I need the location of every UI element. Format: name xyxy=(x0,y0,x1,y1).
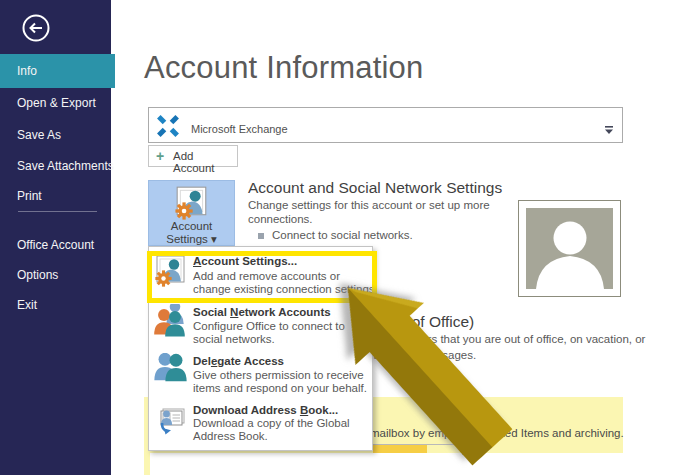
account-settings-button[interactable]: Account Settings ▾ xyxy=(148,180,235,246)
sidebar-item-info[interactable]: Info xyxy=(0,63,111,79)
account-selector-value: Microsoft Exchange xyxy=(191,123,288,135)
menu-item-download-address-book[interactable]: Download Address Book... xyxy=(193,404,338,416)
bullet-square-icon xyxy=(258,233,264,239)
menu-item-social-network-desc1: Configure Office to connect to xyxy=(193,320,345,333)
outlook-backstage-window: Info Open & Export Save As Save Attachme… xyxy=(0,0,690,475)
account-section-desc2: connections. xyxy=(248,212,313,226)
sidebar-divider xyxy=(18,211,97,212)
back-arrow-icon xyxy=(22,14,50,42)
connect-social-networks-text: Connect to social networks. xyxy=(272,228,413,242)
add-account-button[interactable]: + Add Account xyxy=(148,145,238,167)
person-silhouette-icon xyxy=(526,208,613,289)
menu-item-delegate-desc2: items and respond on your behalf. xyxy=(193,382,367,395)
account-settings-button-label2: Settings ▾ xyxy=(166,233,217,245)
back-button[interactable] xyxy=(22,14,50,42)
account-section-desc1: Change settings for this account or set … xyxy=(248,198,490,212)
account-selector-dropdown[interactable]: Microsoft Exchange xyxy=(148,107,623,143)
dropdown-arrow-icon xyxy=(604,121,614,139)
menu-item-social-network-accounts[interactable]: Social Network Accounts xyxy=(193,306,331,318)
sidebar-item-office-account[interactable]: Office Account xyxy=(0,237,111,253)
menu-item-delegate-access[interactable]: Delegate Access xyxy=(193,355,284,367)
delegate-access-icon xyxy=(154,353,188,391)
bottom-partial-button-border-right xyxy=(462,444,463,455)
add-account-label: Add Account xyxy=(173,150,237,174)
menu-item-address-book-desc1: Download a copy of the Global xyxy=(193,417,350,430)
sidebar-item-open-export[interactable]: Open & Export xyxy=(0,95,111,111)
account-section-heading: Account and Social Network Settings xyxy=(248,179,502,197)
exchange-icon xyxy=(154,112,182,144)
account-settings-button-label1: Account xyxy=(171,220,213,232)
sidebar-item-options[interactable]: Options xyxy=(0,267,111,283)
bottom-partial-highlight xyxy=(373,445,427,453)
sidebar-item-print[interactable]: Print xyxy=(0,188,111,204)
plus-icon: + xyxy=(156,149,164,163)
mailbox-highlight-band-sliver xyxy=(144,453,150,475)
sidebar-item-exit[interactable]: Exit xyxy=(0,297,111,313)
sidebar-item-save-attachments[interactable]: Save Attachments xyxy=(0,158,111,174)
menu-item-address-book-desc2: Address Book. xyxy=(193,430,268,443)
menu-item-social-network-desc2: social networks. xyxy=(193,333,275,346)
address-book-icon xyxy=(154,402,188,440)
page-title: Account Information xyxy=(144,50,424,86)
account-settings-icon xyxy=(174,184,210,220)
annotation-highlight-box xyxy=(147,251,377,303)
menu-item-delegate-desc1: Give others permission to receive xyxy=(193,369,364,382)
sidebar-item-save-as[interactable]: Save As xyxy=(0,127,111,143)
social-network-icon xyxy=(154,304,188,342)
user-photo-placeholder xyxy=(518,200,621,297)
